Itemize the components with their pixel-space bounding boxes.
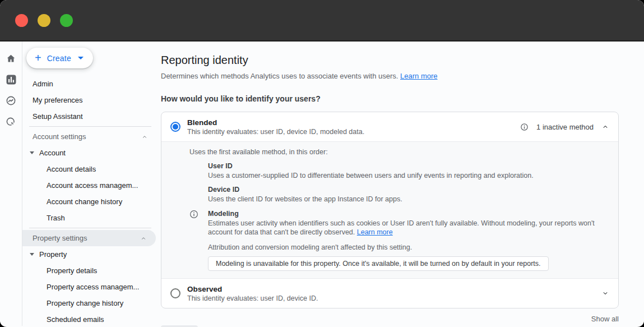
modeling-body: Modeling Estimates user activity when id…: [208, 209, 608, 271]
divider: [29, 126, 151, 127]
chevron-up-icon: [140, 235, 147, 242]
caret-expanded-icon: [30, 253, 34, 256]
main-content: Reporting identity Determines which meth…: [157, 42, 644, 326]
method-modeling: Modeling Estimates user activity when id…: [189, 209, 608, 271]
option-label: Blended: [187, 118, 364, 127]
chevron-down-icon: [78, 57, 84, 59]
sidebar-item-label: Admin: [33, 80, 53, 88]
option-blended-right: 1 inactive method: [520, 123, 609, 131]
learn-more-link[interactable]: Learn more: [400, 72, 437, 80]
method-name: Device ID: [208, 185, 608, 194]
option-observed[interactable]: Observed This identity evaluates: user I…: [161, 279, 618, 308]
sidebar-item-scheduled-emails[interactable]: Scheduled emails: [22, 311, 157, 327]
app-body: + Create Admin My preferences Setup Assi…: [0, 42, 644, 326]
modeling-description: Estimates user activity when identifiers…: [208, 219, 608, 237]
advertising-icon[interactable]: [6, 117, 16, 127]
sidebar-item-property[interactable]: Property: [22, 246, 157, 262]
option-observed-text: Observed This identity evaluates: user I…: [187, 285, 318, 302]
nav-rail: [0, 42, 22, 326]
info-icon: [520, 123, 529, 131]
modeling-learn-more-link[interactable]: Learn more: [357, 228, 393, 236]
sidebar-item-label: Scheduled emails: [47, 315, 104, 324]
reports-icon[interactable]: [6, 75, 16, 85]
sidebar-item-label: Property details: [47, 266, 97, 275]
sidebar-item-label: Property: [39, 250, 67, 259]
method-name: User ID: [208, 162, 608, 171]
blended-details-panel: Uses the first available method, in this…: [161, 141, 618, 279]
sidebar-item-label: Setup Assistant: [33, 112, 83, 121]
radio-blended-checked[interactable]: [170, 122, 180, 132]
sidebar-item-admin[interactable]: Admin: [22, 76, 157, 92]
option-blended-text: Blended This identity evaluates: user ID…: [187, 118, 364, 136]
option-blended[interactable]: Blended This identity evaluates: user ID…: [161, 112, 618, 141]
radio-observed-unchecked[interactable]: [170, 288, 180, 298]
show-all-row: Show all: [161, 315, 619, 323]
sidebar-item-account-details[interactable]: Account details: [22, 161, 157, 177]
option-label: Observed: [187, 285, 318, 293]
page-subtitle: Determines which methods Analytics uses …: [161, 72, 619, 80]
divider: [29, 228, 151, 228]
sidebar-item-label: Property access managem...: [47, 283, 139, 291]
titlebar: [0, 0, 644, 42]
expand-chevron-icon[interactable]: [601, 289, 609, 297]
sidebar-item-property-access-management[interactable]: Property access managem...: [22, 279, 157, 295]
create-button-label: Create: [47, 54, 71, 63]
explore-icon[interactable]: [6, 95, 16, 106]
close-button[interactable]: [15, 14, 28, 27]
sidebar-item-setup-assistant[interactable]: Setup Assistant: [22, 108, 157, 125]
option-description: This identity evaluates: user ID, device…: [187, 128, 364, 136]
sidebar-item-label: Property change history: [47, 299, 123, 307]
details-intro: Uses the first available method, in this…: [189, 148, 608, 156]
sidebar-item-account-access-management[interactable]: Account access managem...: [22, 177, 157, 194]
sidebar-item-label: Account: [39, 149, 66, 157]
method-description: Uses a customer-supplied ID to different…: [208, 171, 608, 180]
sidebar-item-label: Account access managem...: [47, 181, 138, 190]
identity-question: How would you like to identify your user…: [161, 94, 619, 103]
sidebar-item-account[interactable]: Account: [22, 145, 157, 161]
option-description: This identity evaluates: user ID, device…: [187, 294, 318, 302]
method-device-id: Device ID Uses the client ID for website…: [208, 185, 608, 204]
sidebar: + Create Admin My preferences Setup Assi…: [22, 42, 157, 326]
home-icon[interactable]: [6, 53, 16, 64]
method-name: Modeling: [208, 209, 608, 218]
info-icon: [189, 210, 198, 219]
sidebar-item-my-preferences[interactable]: My preferences: [22, 92, 157, 108]
modeling-note: Attribution and conversion modeling aren…: [208, 243, 608, 252]
section-property-settings[interactable]: Property settings: [22, 230, 156, 246]
option-observed-right: [601, 289, 609, 297]
page-subtitle-text: Determines which methods Analytics uses …: [161, 72, 398, 80]
sidebar-item-label: My preferences: [33, 96, 83, 104]
show-all-link[interactable]: Show all: [591, 315, 619, 323]
modeling-icon-col: [189, 209, 203, 271]
method-user-id: User ID Uses a customer-supplied ID to d…: [208, 162, 608, 180]
sidebar-item-label: Account details: [47, 165, 96, 173]
sidebar-item-label: Trash: [47, 214, 65, 222]
sidebar-item-label: Account change history: [47, 197, 122, 206]
modeling-status-box: Modeling is unavailable for this propert…: [208, 256, 549, 271]
app-window: + Create Admin My preferences Setup Assi…: [0, 0, 644, 327]
create-button[interactable]: + Create: [26, 48, 93, 68]
sidebar-item-account-change-history[interactable]: Account change history: [22, 194, 157, 210]
inactive-method-badge: 1 inactive method: [536, 123, 594, 131]
section-label: Property settings: [33, 234, 87, 242]
caret-expanded-icon: [30, 151, 34, 154]
window-controls: [15, 14, 73, 27]
sidebar-nav: Admin My preferences Setup Assistant Acc…: [22, 76, 157, 327]
plus-icon: +: [35, 52, 41, 63]
sidebar-item-trash[interactable]: Trash: [22, 210, 157, 226]
identity-options-card: Blended This identity evaluates: user ID…: [161, 112, 619, 308]
section-account-settings[interactable]: Account settings: [22, 128, 157, 145]
modeling-description-text: Estimates user activity when identifiers…: [208, 219, 595, 236]
sidebar-item-property-change-history[interactable]: Property change history: [22, 295, 157, 311]
zoom-button[interactable]: [60, 14, 73, 27]
minimize-button[interactable]: [38, 14, 50, 27]
sidebar-item-property-details[interactable]: Property details: [22, 262, 157, 279]
section-label: Account settings: [33, 132, 86, 141]
page-title: Reporting identity: [161, 54, 619, 67]
chevron-up-icon: [141, 133, 148, 140]
collapse-chevron-icon[interactable]: [601, 123, 609, 131]
method-description: Uses the client ID for websites or the a…: [208, 195, 608, 204]
